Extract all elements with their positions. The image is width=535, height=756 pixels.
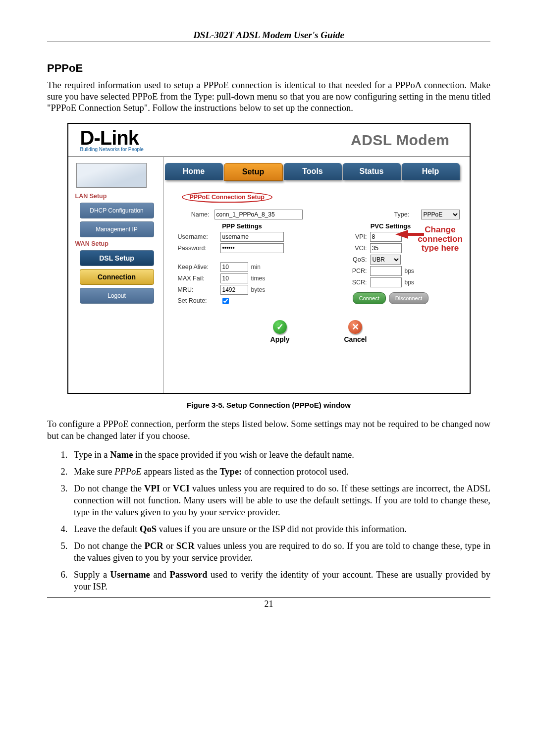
sidebar-item-logout[interactable]: Logout (80, 288, 154, 304)
sidebar-item-dsl-setup[interactable]: DSL Setup (80, 250, 154, 266)
ppp-settings-title: PPP Settings (178, 222, 307, 230)
sidebar-lan-title: LAN Setup (75, 193, 160, 200)
mru-unit: bytes (251, 286, 266, 293)
vci-label: VCI: (341, 245, 370, 252)
tab-home[interactable]: Home (165, 163, 223, 180)
password-input[interactable] (220, 243, 284, 253)
connect-button[interactable]: Connect (353, 292, 386, 304)
close-icon: ✕ (348, 320, 362, 334)
setroute-checkbox[interactable] (222, 298, 229, 304)
username-input[interactable] (220, 232, 284, 242)
sidebar-wan-title: WAN Setup (75, 240, 160, 247)
maxfail-input[interactable] (220, 273, 248, 283)
group-title-pppoe-setup: PPPoE Connection Setup (182, 192, 272, 203)
maxfail-unit: times (251, 275, 266, 282)
intro-paragraph: The required information used to setup a… (47, 80, 490, 114)
callout-change-type: Change connection type here (410, 225, 471, 253)
cancel-label: Cancel (344, 335, 367, 343)
scr-input[interactable] (370, 277, 402, 287)
step-2: Make sure PPPoE appears listed as the Ty… (70, 466, 490, 478)
figure-caption: Figure 3-5. Setup Connection (PPPoE) win… (47, 401, 490, 409)
pcr-unit: bps (405, 268, 414, 274)
keepalive-input[interactable] (220, 262, 248, 272)
username-label: Username: (178, 233, 220, 240)
section-title: PPPoE (47, 62, 490, 75)
type-label: Type: (394, 211, 416, 218)
cancel-button[interactable]: ✕ Cancel (344, 320, 367, 343)
disconnect-button[interactable]: Disconnect (389, 292, 428, 304)
sidebar-item-management-ip[interactable]: Management IP (80, 221, 154, 237)
brand-logo: D-Link (80, 128, 144, 148)
page-number: 21 (265, 599, 273, 609)
qos-label: QoS: (341, 256, 370, 263)
qos-select[interactable]: UBR (370, 255, 401, 265)
vci-input[interactable] (370, 243, 402, 253)
tab-status[interactable]: Status (343, 163, 401, 180)
sidebar: LAN Setup DHCP Configuration Management … (68, 157, 164, 393)
password-label: Password: (178, 245, 220, 252)
setroute-label: Set Route: (178, 297, 220, 304)
mru-input[interactable] (220, 285, 248, 295)
steps-list: Type in a Name in the space provided if … (47, 449, 490, 593)
mru-label: MRU: (178, 286, 220, 293)
keepalive-unit: min (251, 264, 261, 270)
tab-help[interactable]: Help (402, 163, 460, 180)
figure-pppoe-window: D-Link Building Networks for People ADSL… (47, 123, 490, 394)
arrow-stem-icon (407, 233, 424, 236)
arrow-icon (395, 230, 408, 239)
step-6: Supply a Username and Password used to v… (70, 569, 490, 593)
step-5: Do not change the PCR or SCR values unle… (70, 540, 490, 564)
tab-bar: Home Setup Tools Status Help (164, 163, 460, 181)
apply-button[interactable]: ✓ Apply (270, 320, 290, 343)
scr-unit: bps (405, 279, 414, 286)
sidebar-item-dhcp[interactable]: DHCP Configuration (80, 203, 154, 218)
vpi-label: VPI: (341, 233, 370, 240)
check-icon: ✓ (273, 320, 287, 334)
maxfail-label: MAX Fail: (178, 275, 220, 282)
apply-label: Apply (270, 335, 290, 343)
tab-tools[interactable]: Tools (284, 163, 342, 180)
brand-title: ADSL Modem (351, 132, 449, 149)
sidebar-item-connection[interactable]: Connection (80, 269, 154, 285)
step-1: Type in a Name in the space provided if … (70, 449, 490, 461)
pcr-input[interactable] (370, 266, 402, 276)
step-4: Leave the default QoS values if you are … (70, 523, 490, 535)
name-label: Name: (178, 211, 210, 218)
pcr-label: PCR: (341, 268, 370, 274)
page-footer: 21 (47, 597, 490, 609)
device-thumbnail (76, 163, 147, 188)
type-select[interactable]: PPPoE (421, 210, 460, 219)
tab-setup[interactable]: Setup (224, 163, 283, 181)
scr-label: SCR: (341, 279, 370, 286)
running-head: DSL-302T ADSL Modem User's Guide (47, 30, 490, 42)
step-3: Do not change the VPI or VCI values unle… (70, 483, 490, 518)
keepalive-label: Keep Alive: (178, 264, 220, 270)
brand-tagline: Building Networks for People (80, 147, 144, 152)
after-figure-paragraph: To configure a PPPoE connection, perform… (47, 418, 490, 442)
name-input[interactable] (214, 210, 303, 219)
